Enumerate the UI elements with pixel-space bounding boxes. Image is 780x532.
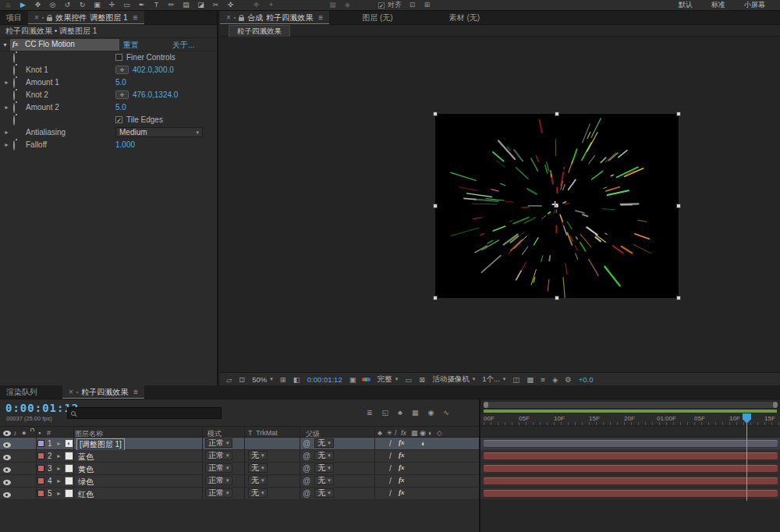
transparency-grid-icon[interactable]: ⊠ <box>419 375 425 384</box>
property-value[interactable]: 1.000 <box>115 140 135 149</box>
expand-arrow-icon[interactable]: ► <box>4 142 9 147</box>
close-icon[interactable]: × <box>226 13 231 22</box>
brush-tool-icon[interactable]: ✏ <box>167 0 176 10</box>
pickwhip-icon[interactable]: @ <box>303 464 310 473</box>
shape-tool-icon[interactable]: ▭ <box>122 0 131 10</box>
layer-row[interactable]: 1 ► ◐ [调整图层 1] 正常▾ @ 无▾ / fx ◐ <box>0 438 479 450</box>
trkmat-column-header[interactable]: TrkMat <box>256 429 278 437</box>
property-value[interactable]: 5.0 <box>115 103 126 112</box>
layer-row[interactable]: 2 ► 蓝色 正常▾ 无▾ @ 无▾ / fx <box>0 450 479 463</box>
eraser-tool-icon[interactable]: ◪ <box>197 0 205 10</box>
hand-tool-icon[interactable]: ✥ <box>34 0 42 10</box>
snap-toggle[interactable]: ✓ 对齐 <box>378 0 402 10</box>
selection-handle[interactable] <box>555 296 559 300</box>
effects-switch[interactable]: fx <box>399 476 405 484</box>
mask-visibility-icon[interactable]: ◧ <box>293 375 300 384</box>
search-input[interactable] <box>79 410 218 417</box>
quality-switch[interactable]: / <box>389 489 392 498</box>
expand-arrow-icon[interactable]: ► <box>56 466 62 471</box>
layer-name[interactable]: 绿色 <box>78 477 94 488</box>
graph-editor-icon[interactable]: ∿ <box>443 409 449 417</box>
selection-handle[interactable] <box>433 296 438 300</box>
monitor-icon[interactable]: ⊡ <box>239 375 245 384</box>
effect-header-row[interactable]: ▼ fx CC Flo Motion 重置 关于... <box>0 38 217 51</box>
quality-switch[interactable]: / <box>389 477 392 485</box>
trkmat-dropdown[interactable]: 无▾ <box>248 488 268 498</box>
reset-effect-button[interactable]: 重置 <box>123 40 139 51</box>
close-icon[interactable]: × <box>34 13 39 22</box>
exposure-value[interactable]: +0.0 <box>579 375 594 384</box>
pen-tool-icon[interactable]: ✒ <box>137 0 146 10</box>
tab-timeline-comp[interactable]: × ▪ 粒子四溅效果 ≡ <box>62 385 144 399</box>
selection-handle[interactable] <box>433 204 438 208</box>
expand-arrow-icon[interactable]: ► <box>4 129 9 135</box>
pickwhip-icon[interactable]: @ <box>303 439 310 448</box>
expand-arrow-icon[interactable]: ► <box>56 491 62 496</box>
label-color-swatch[interactable] <box>37 465 44 472</box>
chevron-down-icon[interactable]: ▼ <box>2 42 8 48</box>
effects-switch[interactable]: fx <box>399 438 405 446</box>
tab-effect-controls[interactable]: × ▪ 效果控件 调整图层 1 ≡ <box>28 11 144 24</box>
time-ruler[interactable]: 00F 05F 10F 15F 20F 01:00F 05F 10F 15F <box>480 413 780 426</box>
workspace-small-screen-button[interactable]: 小屏幕 <box>744 0 765 10</box>
current-time-indicator-line[interactable] <box>746 413 747 501</box>
always-preview-icon[interactable]: ▱ <box>226 375 232 384</box>
navigator-start-handle[interactable] <box>484 402 488 408</box>
expand-arrow-icon[interactable]: ► <box>56 453 62 459</box>
composition-viewport[interactable]: ✛ <box>220 37 780 372</box>
quality-switch[interactable]: / <box>389 452 392 460</box>
selection-handle[interactable] <box>555 112 559 116</box>
layer-name[interactable]: 红色 <box>78 489 94 500</box>
selection-handle[interactable] <box>676 204 681 208</box>
lock-icon[interactable] <box>47 17 52 21</box>
stopwatch-icon[interactable] <box>13 115 15 126</box>
tab-project[interactable]: 项目 <box>0 11 28 24</box>
stopwatch-icon[interactable] <box>13 90 15 101</box>
tab-layer[interactable]: 图层 (无) <box>356 11 399 24</box>
type-tool-icon[interactable]: T <box>152 0 161 10</box>
visibility-eye-icon[interactable] <box>3 442 11 448</box>
expand-arrow-icon[interactable]: ► <box>56 441 62 446</box>
visibility-eye-icon[interactable] <box>3 467 11 473</box>
grid-guides-icon[interactable]: ⊞ <box>280 375 286 384</box>
pixel-aspect-icon[interactable]: ◫ <box>512 375 519 384</box>
layer-duration-bar[interactable] <box>484 490 778 498</box>
anchor-point-icon[interactable]: ✛ <box>551 200 558 210</box>
pan-behind-tool-icon[interactable]: ✛ <box>108 0 116 10</box>
rotation-tool-icon[interactable]: ↻ <box>78 0 87 10</box>
expand-arrow-icon[interactable]: ► <box>56 478 62 484</box>
tab-render-queue[interactable]: 渲染队列 <box>0 385 44 399</box>
parent-dropdown[interactable]: 无▾ <box>314 476 334 485</box>
layer-duration-bar[interactable] <box>484 452 778 460</box>
flowchart-icon[interactable]: ◈ <box>552 375 558 384</box>
stopwatch-icon[interactable] <box>13 53 15 63</box>
work-area-bar[interactable] <box>484 410 777 413</box>
timeline-button-icon[interactable]: ≡ <box>541 375 545 384</box>
point-picker-icon[interactable]: ✛ <box>115 66 129 74</box>
blend-mode-dropdown[interactable]: 正常▾ <box>205 463 232 473</box>
stopwatch-icon[interactable] <box>13 78 15 88</box>
workspace-default-button[interactable]: 默认 <box>679 0 693 10</box>
parent-dropdown[interactable]: 无▾ <box>314 451 334 460</box>
visibility-e­ye-icon[interactable] <box>3 455 11 460</box>
magnification-dropdown[interactable]: 50% ▾ <box>252 375 273 384</box>
view-layout-dropdown[interactable]: 1个... ▾ <box>482 374 505 385</box>
zoom-tool-icon[interactable]: ◎ <box>48 0 57 10</box>
resolution-dropdown[interactable]: 完整 ▾ <box>378 374 399 385</box>
camera-dropdown[interactable]: 活动摄像机 ▾ <box>432 374 475 385</box>
frame-blend-icon[interactable]: ▦ <box>412 409 419 417</box>
layer-name[interactable]: 蓝色 <box>78 452 94 463</box>
stopwatch-icon[interactable] <box>13 140 15 151</box>
selection-handle[interactable] <box>676 112 681 116</box>
about-effect-button[interactable]: 关于... <box>172 40 194 51</box>
label-color-swatch[interactable] <box>37 440 44 447</box>
viewer-tab-comp[interactable]: 粒子四溅效果 <box>229 25 290 37</box>
quality-switch[interactable]: / <box>389 439 392 448</box>
layer-name[interactable]: [调整图层 1] <box>76 438 125 451</box>
lock-icon[interactable] <box>239 17 244 21</box>
timeline-search[interactable] <box>67 407 222 419</box>
tile-edges-checkbox[interactable]: ✓ <box>115 116 122 123</box>
mini-flowchart-icon[interactable]: ≣ <box>367 409 373 417</box>
visibility-eye-icon[interactable] <box>3 492 11 498</box>
stopwatch-icon[interactable] <box>13 103 15 113</box>
